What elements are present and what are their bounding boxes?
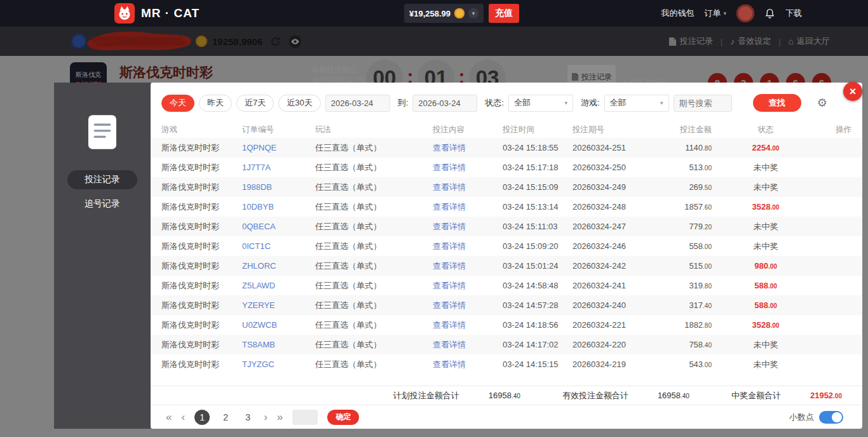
page-jump-input[interactable] xyxy=(292,410,318,425)
cell-game: 斯洛伐克时时彩 xyxy=(161,319,242,331)
cell-content: 查看详情 xyxy=(433,142,503,154)
cell-time: 03-24 14:15:15 xyxy=(503,360,573,369)
win-total-value: 21952.00 xyxy=(810,391,842,400)
cell-amount: 319.80 xyxy=(635,281,712,290)
cell-content: 查看详情 xyxy=(433,280,503,292)
filter-30days-button[interactable]: 近30天 xyxy=(278,95,320,112)
page-3[interactable]: 3 xyxy=(241,412,254,422)
cell-content: 查看详情 xyxy=(433,201,503,213)
search-button[interactable]: 查找 xyxy=(753,94,801,112)
cell-play: 任三直选（单式） xyxy=(315,221,433,232)
cell-status: 980.00 xyxy=(712,261,820,271)
header-action: 操作 xyxy=(820,124,851,135)
cell-time: 03-24 14:17:02 xyxy=(503,340,573,349)
view-detail-link[interactable]: 查看详情 xyxy=(433,222,466,231)
sidebar-item-chase-records[interactable]: 追号记录 xyxy=(67,194,137,213)
decimal-toggle[interactable] xyxy=(819,411,843,424)
header-amount: 投注金额 xyxy=(635,124,712,135)
cell-status: 588.00 xyxy=(712,281,820,290)
prev-page-icon[interactable]: ‹ xyxy=(181,411,185,424)
chevron-down-icon: ▾ xyxy=(723,10,726,17)
cell-time: 03-24 14:57:28 xyxy=(503,300,573,310)
my-wallet-link[interactable]: 我的钱包 xyxy=(661,8,694,19)
view-detail-link[interactable]: 查看详情 xyxy=(433,340,466,349)
next-page-icon[interactable]: › xyxy=(264,411,268,424)
bet-records-modal: 今天 昨天 近7天 近30天 到: 状态: 全部 ▾ 游戏: 全部 ▾ 查找 ⚙… xyxy=(151,83,862,429)
status-label: 状态: xyxy=(485,97,504,109)
cell-play: 任三直选（单式） xyxy=(315,280,433,292)
last-page-icon[interactable]: » xyxy=(277,411,283,424)
cell-order: TJYZGC xyxy=(242,360,315,369)
decimal-label: 小数点 xyxy=(789,412,814,423)
view-detail-link[interactable]: 查看详情 xyxy=(433,261,466,271)
view-detail-link[interactable]: 查看详情 xyxy=(433,182,466,192)
order-link[interactable]: 1988DB xyxy=(242,182,272,192)
order-link[interactable]: 1J7T7A xyxy=(242,163,271,172)
view-detail-link[interactable]: 查看详情 xyxy=(433,163,466,172)
view-detail-link[interactable]: 查看详情 xyxy=(433,300,466,310)
confirm-page-button[interactable]: 确定 xyxy=(327,410,359,425)
cell-order: U0ZWCB xyxy=(242,320,315,330)
filter-7days-button[interactable]: 近7天 xyxy=(236,95,274,112)
cell-order: 0ICT1C xyxy=(242,241,315,251)
order-link[interactable]: U0ZWCB xyxy=(242,320,277,330)
gear-icon[interactable]: ⚙ xyxy=(817,96,827,110)
cell-time: 03-24 15:15:09 xyxy=(503,182,573,192)
view-detail-link[interactable]: 查看详情 xyxy=(433,202,466,212)
close-modal-button[interactable]: × xyxy=(843,82,862,101)
order-link[interactable]: 10DBYB xyxy=(242,202,274,212)
date-to-input[interactable] xyxy=(412,95,477,112)
status-select[interactable]: 全部 ▾ xyxy=(508,95,573,112)
view-detail-link[interactable]: 查看详情 xyxy=(433,241,466,251)
order-link[interactable]: YZERYE xyxy=(242,300,275,310)
view-detail-link[interactable]: 查看详情 xyxy=(433,360,466,369)
view-detail-link[interactable]: 查看详情 xyxy=(433,320,466,330)
page-1[interactable]: 1 xyxy=(194,410,210,425)
date-from-input[interactable] xyxy=(325,95,390,112)
modal-sidebar: 投注记录 追号记录 xyxy=(54,83,151,429)
cell-status: 未中奖 xyxy=(712,221,820,232)
period-search-input[interactable] xyxy=(674,95,732,112)
table-row: 斯洛伐克时时彩10DBYB任三直选（单式）查看详情03-24 15:13:142… xyxy=(151,197,862,217)
order-link[interactable]: 0QBECA xyxy=(242,222,276,231)
plan-total-value: 16958.40 xyxy=(489,391,520,400)
mrcat-logo-icon[interactable] xyxy=(114,3,135,24)
user-avatar[interactable] xyxy=(736,4,754,22)
view-detail-link[interactable]: 查看详情 xyxy=(433,281,466,290)
cell-play: 任三直选（单式） xyxy=(315,339,433,351)
header-play: 玩法 xyxy=(315,124,433,135)
cell-content: 查看详情 xyxy=(433,182,503,193)
table-row: 斯洛伐克时时彩0ICT1C任三直选（单式）查看详情03-24 15:09:202… xyxy=(151,236,862,256)
order-link[interactable]: Z5LAWD xyxy=(242,281,275,290)
table-row: 斯洛伐克时时彩ZHLORC任三直选（单式）查看详情03-24 15:01:242… xyxy=(151,256,862,276)
filter-today-button[interactable]: 今天 xyxy=(161,95,194,112)
sidebar-item-bet-records[interactable]: 投注记录 xyxy=(67,170,137,189)
cell-game: 斯洛伐克时时彩 xyxy=(161,142,242,154)
table-row: 斯洛伐克时时彩TS8AMB任三直选（单式）查看详情03-24 14:17:022… xyxy=(151,335,862,354)
close-icon: × xyxy=(850,85,857,98)
cell-amount: 558.00 xyxy=(635,241,712,251)
table-row: 斯洛伐克时时彩1988DB任三直选（单式）查看详情03-24 15:15:092… xyxy=(151,177,862,197)
download-link[interactable]: 下载 xyxy=(785,8,802,19)
order-link[interactable]: TS8AMB xyxy=(242,340,275,349)
decimal-toggle-group: 小数点 xyxy=(789,411,843,424)
page-2[interactable]: 2 xyxy=(219,412,232,422)
first-page-icon[interactable]: « xyxy=(166,411,172,424)
order-link[interactable]: TJYZGC xyxy=(242,360,275,369)
cell-period: 20260324-241 xyxy=(573,281,635,290)
to-label: 到: xyxy=(398,97,409,109)
view-detail-link[interactable]: 查看详情 xyxy=(433,143,466,152)
order-link[interactable]: 1QPNQE xyxy=(242,143,276,152)
recharge-button[interactable]: 充值 xyxy=(489,4,519,23)
balance-dropdown[interactable]: ¥19,258.99 ▾ xyxy=(404,4,484,23)
game-select[interactable]: 全部 ▾ xyxy=(604,95,669,112)
cell-game: 斯洛伐克时时彩 xyxy=(161,182,242,193)
order-link[interactable]: 0ICT1C xyxy=(242,241,271,251)
notification-bell-icon[interactable] xyxy=(764,8,775,19)
orders-dropdown[interactable]: 订单▾ xyxy=(704,8,726,19)
valid-total-value: 16958.40 xyxy=(658,391,689,400)
filter-yesterday-button[interactable]: 昨天 xyxy=(199,95,232,112)
cell-period: 20260324-220 xyxy=(573,340,635,349)
order-link[interactable]: ZHLORC xyxy=(242,261,276,271)
records-doc-icon xyxy=(88,114,117,150)
